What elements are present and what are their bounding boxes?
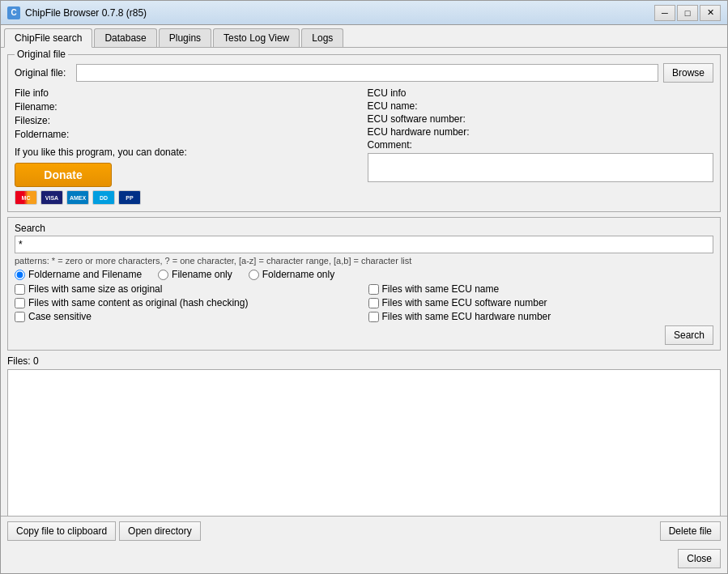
original-file-group: Original file Original file: Browse File… (7, 54, 721, 212)
close-row: Close (1, 546, 727, 573)
radio-foldername-filename-input[interactable] (15, 270, 25, 280)
foldername-label: Foldername: (15, 129, 361, 140)
cb-same-size-input[interactable] (15, 284, 25, 295)
copy-file-button[interactable]: Copy file to clipboard (7, 521, 116, 541)
comment-textarea[interactable] (368, 153, 714, 182)
donate-btn-container: Donate MC VISA AMEX DD PP (15, 163, 361, 205)
tab-plugins[interactable]: Plugins (159, 28, 211, 47)
comment-area: Comment: (368, 139, 714, 182)
radio-foldername-filename-label: Foldername and Filename (28, 269, 142, 280)
cb-case-sensitive-input[interactable] (15, 312, 25, 322)
cb-case-sensitive-label: Case sensitive (28, 311, 92, 322)
browse-button[interactable]: Browse (663, 63, 713, 83)
open-directory-button[interactable]: Open directory (119, 521, 201, 541)
ecu-info-title: ECU info (368, 87, 714, 99)
amex-icon: AMEX (66, 190, 89, 205)
main-window: C ChipFile Browser 0.7.8 (r85) ─ □ ✕ Chi… (0, 0, 728, 574)
window-controls: ─ □ ✕ (654, 5, 721, 21)
direct-debit-icon: DD (92, 190, 115, 205)
files-list[interactable] (7, 369, 721, 516)
delete-file-button[interactable]: Delete file (660, 521, 721, 541)
close-button[interactable]: Close (678, 549, 721, 568)
files-container: Files: 0 (7, 355, 721, 516)
tab-logs[interactable]: Logs (301, 28, 343, 47)
paypal-icon: PP (118, 190, 141, 205)
original-file-group-title: Original file (15, 49, 68, 60)
radio-foldername-only-label: Foldername only (262, 269, 334, 280)
search-section-label: Search (15, 223, 713, 234)
cb-case-sensitive[interactable]: Case sensitive (15, 311, 360, 322)
cb-same-size[interactable]: Files with same size as original (15, 283, 360, 295)
search-button[interactable]: Search (665, 325, 713, 345)
ecu-software-label: ECU software number: (368, 113, 714, 125)
maximize-button[interactable]: □ (677, 5, 698, 21)
info-columns: File info Filename: Filesize: Foldername… (15, 87, 713, 205)
cb-same-software-input[interactable] (368, 298, 379, 308)
comment-label: Comment: (368, 139, 714, 151)
radio-foldername-only-input[interactable] (249, 270, 259, 280)
radio-filename-only-label: Filename only (172, 269, 232, 280)
radio-row: Foldername and Filename Filename only Fo… (15, 269, 713, 280)
search-input[interactable] (15, 236, 713, 253)
original-file-row: Original file: Browse (15, 63, 713, 83)
original-file-label: Original file: (15, 67, 71, 79)
donate-text: If you like this program, you can donate… (15, 147, 187, 158)
filename-label: Filename: (15, 101, 361, 113)
donate-section: If you like this program, you can donate… (15, 147, 361, 205)
filesize-label: Filesize: (15, 115, 361, 126)
radio-filename-only[interactable]: Filename only (158, 269, 232, 280)
ecu-info-column: ECU info ECU name: ECU software number: … (368, 87, 714, 205)
donate-button[interactable]: Donate (15, 163, 112, 187)
bottom-right-buttons: Delete file (660, 521, 721, 541)
minimize-button[interactable]: ─ (654, 5, 675, 21)
original-file-input[interactable] (76, 64, 658, 82)
cb-same-software[interactable]: Files with same ECU software number (368, 297, 714, 308)
cb-same-hardware-input[interactable] (368, 312, 379, 322)
checkbox-grid: Files with same size as original Files w… (15, 283, 713, 322)
cb-same-software-label: Files with same ECU software number (382, 297, 547, 308)
file-info-title: File info (15, 87, 361, 99)
cb-same-content-label: Files with same content as original (has… (28, 297, 248, 308)
app-icon: C (7, 6, 20, 19)
title-bar: C ChipFile Browser 0.7.8 (r85) ─ □ ✕ (1, 1, 727, 25)
cb-same-ecu-name-label: Files with same ECU name (382, 283, 500, 295)
window-title: ChipFile Browser 0.7.8 (r85) (25, 7, 654, 19)
ecu-hardware-label: ECU hardware number: (368, 126, 714, 138)
cb-same-size-label: Files with same size as original (28, 283, 162, 295)
search-group: Search patterns: * = zero or more charac… (7, 217, 721, 351)
mastercard-icon: MC (15, 190, 37, 205)
radio-foldername-filename[interactable]: Foldername and Filename (15, 269, 142, 280)
main-content: Original file Original file: Browse File… (1, 47, 727, 516)
cb-same-ecu-name[interactable]: Files with same ECU name (368, 283, 714, 295)
files-count: Files: 0 (7, 355, 721, 367)
patterns-text: patterns: * = zero or more characters, ?… (15, 256, 713, 266)
radio-foldername-only[interactable]: Foldername only (249, 269, 334, 280)
payment-icons: MC VISA AMEX DD PP (15, 190, 361, 205)
cb-same-content-input[interactable] (15, 298, 25, 308)
cb-same-content[interactable]: Files with same content as original (has… (15, 297, 360, 308)
bottom-bar: Copy file to clipboard Open directory De… (1, 516, 727, 546)
tab-bar: ChipFile search Database Plugins Testo L… (1, 25, 727, 47)
visa-icon: VISA (40, 190, 63, 205)
ecu-name-label: ECU name: (368, 100, 714, 112)
radio-filename-only-input[interactable] (158, 270, 168, 280)
tab-chipfile-search[interactable]: ChipFile search (4, 28, 92, 48)
file-info-column: File info Filename: Filesize: Foldername… (15, 87, 361, 205)
tab-testo-log-view[interactable]: Testo Log View (213, 28, 300, 47)
cb-same-hardware[interactable]: Files with same ECU hardware number (368, 311, 714, 322)
tab-database[interactable]: Database (94, 28, 156, 47)
search-button-row: Search (15, 325, 713, 345)
cb-same-hardware-label: Files with same ECU hardware number (382, 311, 551, 322)
bottom-left-buttons: Copy file to clipboard Open directory (7, 521, 201, 541)
cb-same-ecu-name-input[interactable] (368, 284, 379, 295)
close-button-title[interactable]: ✕ (700, 5, 721, 21)
